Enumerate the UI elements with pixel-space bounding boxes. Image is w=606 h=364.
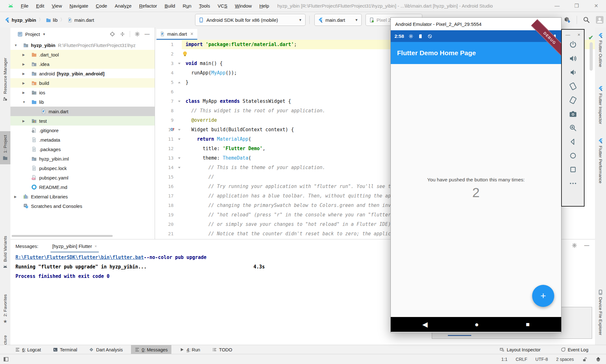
toolwindow-button-todo[interactable]: TODO [208,345,236,354]
toolwindow-button-6-logcat[interactable]: 6: Logcat [11,345,45,354]
collapse-arrow-icon[interactable]: ▼ [22,100,26,104]
breadcrumb-hyzp-yibin[interactable]: hyzp_yibin [4,17,36,23]
tree-row-readme-md[interactable]: README.md [10,182,155,192]
indent-setting[interactable]: 2 spaces [556,357,574,362]
expand-arrow-icon[interactable]: ▶ [22,91,25,94]
menu-analyze[interactable]: Analyze [111,3,135,9]
stripe-tab-flutter-performance[interactable]: Flutter Performance [595,138,606,183]
tab-main-dart[interactable]: main.dart ✕ [157,29,197,40]
collapse-arrow-icon[interactable]: ▼ [14,44,17,47]
breadcrumb-lib[interactable]: lib [46,17,58,23]
menu-navigate[interactable]: Navigate [66,3,92,9]
toolwindow-button-terminal[interactable]: Terminal [49,345,81,354]
toolwindow-button-0-messages[interactable]: 0: Messages [131,345,171,354]
device-selector[interactable]: Android SDK built for x86 (mobile) ▼ [195,14,306,26]
stripe-tab-device-file-explorer[interactable]: Device File Explorer [595,290,606,335]
tree-row-pubspec-yaml[interactable]: YMLpubspec.yaml [10,173,155,182]
toolwindow-button-4-run[interactable]: 4: Run [176,345,204,354]
breadcrumb-main-dart[interactable]: main.dart [67,17,94,23]
nav-back-icon[interactable] [569,138,577,146]
tree-row-test[interactable]: ▶test [10,116,155,126]
caret-position[interactable]: 1:1 [501,357,507,362]
hide-panel-icon[interactable]: — [584,243,589,248]
tree-row-hyzp-yibin[interactable]: ▼hyzp_yibinR:\FlutterProject\FlutterProj… [10,40,155,50]
intention-bulb-icon[interactable] [183,51,187,55]
hide-panel-icon[interactable]: — [145,31,150,37]
fold-marker-icon[interactable] [177,63,182,64]
fold-marker-icon[interactable] [177,138,182,140]
expand-arrow-icon[interactable]: ▶ [22,62,25,66]
rotate-right-icon[interactable] [569,96,577,104]
close-tab-icon[interactable]: × [94,244,97,249]
collapse-all-icon[interactable] [120,31,125,37]
tree-row-hyzp-yibin-iml[interactable]: hyzp_yibin.iml [10,154,155,163]
rotate-left-icon[interactable] [569,82,577,91]
fold-marker-icon[interactable] [177,82,182,83]
messages-tab-flutter[interactable]: [hyzp_yibin] Flutter × [50,239,99,253]
stripe-tab-build-variants[interactable]: Build Variants [0,236,10,269]
menu-build[interactable]: Build [161,3,179,9]
expand-arrow-icon[interactable]: ▶ [22,72,25,75]
emulator-close-button[interactable]: × [578,32,580,37]
search-icon[interactable] [583,16,590,24]
power-icon[interactable] [569,40,577,49]
minimize-button[interactable]: — [547,3,567,9]
menu-help[interactable]: Help [256,3,273,9]
gear-icon[interactable] [572,243,577,248]
close-button[interactable]: ✕ [586,3,606,9]
file-encoding[interactable]: UTF-8 [535,357,548,362]
lock-icon[interactable] [582,357,587,362]
toolwindow-button-dart-analysis[interactable]: Dart Analysis [85,345,127,354]
volume-down-icon[interactable] [569,68,577,77]
restore-button[interactable]: ❐ [567,3,586,9]
toolwindow-button-layout-inspector[interactable]: Layout Inspector [496,345,544,354]
tree-row-external-libraries[interactable]: ▶External Libraries [10,192,155,201]
expand-arrow-icon[interactable]: ▶ [22,119,25,123]
toolwindow-button-event-log[interactable]: Event Log [557,345,592,354]
expand-arrow-icon[interactable]: ▶ [14,195,17,198]
editor-scrollbar[interactable] [590,42,593,71]
volume-up-icon[interactable] [569,54,577,63]
nav-home-icon[interactable]: ● [475,320,479,329]
menu-run[interactable]: Run [179,3,195,9]
zoom-in-icon[interactable] [569,124,577,132]
avatar[interactable] [596,16,603,24]
emulator-minimize-button[interactable]: — [566,32,570,37]
line-separator[interactable]: CRLF [516,357,527,362]
ide-face-icon[interactable] [596,357,601,362]
nav-overview-icon[interactable]: ■ [526,321,530,328]
expand-arrow-icon[interactable]: ▶ [22,81,25,85]
stripe-tab-resource-manager[interactable]: Resource Manager [0,58,10,102]
fold-marker-icon[interactable] [177,129,182,131]
nav-home-icon[interactable] [569,151,577,160]
stripe-tab-1-project[interactable]: 1: Project [0,131,10,164]
tool-window-toggle-icon[interactable] [3,356,9,362]
tree-row-android[interactable]: ▶android[hyzp_yibin_android] [10,69,155,78]
menu-view[interactable]: View [48,3,66,9]
tree-row-ios[interactable]: ▶ios [10,88,155,97]
fold-marker-icon[interactable] [177,157,182,159]
tree-row-build[interactable]: ▶build [10,78,155,88]
nav-back-icon[interactable]: ◀ [422,320,428,329]
stripe-tab-flutter-inspector[interactable]: Flutter Inspector [595,86,606,124]
expand-arrow-icon[interactable]: ▶ [22,53,25,56]
locate-file-icon[interactable] [110,31,115,37]
menu-window[interactable]: Window [231,3,255,9]
tree-horizontal-scrollbar[interactable] [12,235,113,237]
close-tab-icon[interactable]: ✕ [190,32,194,36]
more-icon[interactable] [569,179,577,188]
project-panel-title[interactable]: Project [25,32,40,37]
console-file-link[interactable]: R:\Flutter\FlutterSDK\flutter\bin\flutte… [15,255,144,260]
run-config-selector[interactable]: main.dart ▼ [314,14,362,26]
menu-vcs[interactable]: VCS [214,3,231,9]
stripe-tab-flutter-outline[interactable]: Flutter Outline [595,33,606,67]
tree-row-metadata[interactable]: .metadata [10,135,155,144]
tree-row-packages[interactable]: .packages [10,144,155,154]
menu-file[interactable]: File [17,3,32,9]
gear-icon[interactable] [134,31,140,37]
tree-row-main-dart[interactable]: main.dart [10,107,155,116]
tree-row-pubspec-lock[interactable]: pubspec.lock [10,163,155,173]
menu-refactor[interactable]: Refactor [135,3,161,9]
sdk-manager-icon[interactable] [563,16,571,24]
menu-code[interactable]: Code [92,3,111,9]
